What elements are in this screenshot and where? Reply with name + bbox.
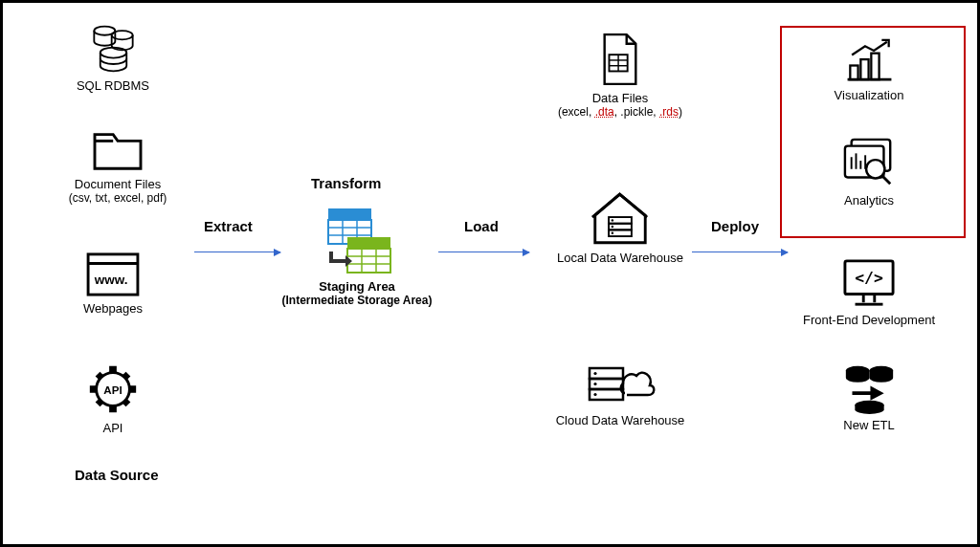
svg-text:API: API: [103, 383, 122, 396]
etl-flow-icon: [843, 361, 896, 414]
svg-line-48: [882, 176, 890, 184]
database-icon: [87, 22, 140, 75]
staging-area-node: Staging Area (Intermediate Storage Area): [271, 204, 443, 307]
data-files-label: Data Files: [539, 91, 702, 105]
extract-arrow: [194, 252, 280, 252]
data-source-section-label: Data Source: [75, 467, 159, 483]
new-etl-node: New ETL: [807, 361, 931, 432]
cloud-warehouse-node: Cloud Data Warehouse: [539, 357, 702, 427]
svg-rect-9: [328, 208, 371, 220]
svg-point-34: [593, 372, 596, 375]
svg-point-36: [593, 393, 596, 396]
frontend-label: Front-End Development: [788, 313, 950, 327]
svg-rect-38: [850, 66, 858, 80]
new-etl-label: New ETL: [807, 418, 931, 432]
visualization-node: Visualization: [802, 36, 936, 102]
svg-point-47: [866, 160, 884, 178]
document-files-node: Document Files (csv, txt, excel, pdf): [51, 127, 185, 205]
gear-icon: API: [85, 361, 141, 417]
webpages-node: www. Webpages: [60, 252, 166, 316]
svg-rect-39: [860, 59, 868, 79]
analytics-label: Analytics: [802, 193, 936, 208]
analytics-node: Analytics: [802, 137, 936, 208]
api-node: API API: [65, 361, 161, 435]
svg-point-30: [612, 231, 613, 233]
data-files-node: Data Files (excel, .dta, .pickle, .rds): [539, 32, 702, 119]
deploy-arrow-label: Deploy: [711, 218, 759, 234]
local-warehouse-label: Local Data Warehouse: [539, 251, 702, 265]
staging-title: Staging Area: [271, 279, 443, 294]
data-files-sublabel: (excel, .dta, .pickle, .rds): [539, 105, 702, 119]
transform-label: Transform: [311, 175, 381, 191]
load-arrow: [438, 252, 529, 252]
deploy-arrow: [692, 252, 788, 252]
load-arrow-label: Load: [464, 218, 499, 234]
api-label: API: [65, 421, 161, 435]
house-server-icon: [590, 189, 650, 247]
cloud-warehouse-label: Cloud Data Warehouse: [539, 413, 702, 427]
monitor-code-icon: </>: [840, 256, 898, 309]
chart-icon: [843, 36, 896, 84]
browser-icon: www.: [85, 252, 141, 297]
svg-rect-16: [347, 249, 390, 273]
folder-icon: [90, 127, 145, 173]
sql-rdbms-node: SQL RDBMS: [56, 22, 170, 93]
frontend-node: </> Front-End Development: [788, 256, 950, 327]
extract-arrow-label: Extract: [204, 218, 253, 234]
staging-tables-icon: [319, 204, 395, 275]
svg-text:</>: </>: [855, 269, 883, 287]
file-icon: [597, 32, 643, 87]
cloud-server-icon: [585, 357, 657, 409]
sql-rdbms-label: SQL RDBMS: [56, 78, 170, 93]
document-files-label: Document Files: [51, 177, 185, 191]
webpages-label: Webpages: [60, 301, 166, 316]
staging-subtitle: (Intermediate Storage Area): [271, 294, 443, 307]
local-warehouse-node: Local Data Warehouse: [539, 189, 702, 265]
svg-point-28: [612, 219, 613, 221]
analytics-icon: [840, 137, 898, 189]
svg-rect-15: [347, 237, 390, 249]
svg-point-29: [612, 226, 613, 228]
svg-rect-40: [871, 54, 879, 80]
visualization-label: Visualization: [802, 88, 936, 102]
document-files-sublabel: (csv, txt, excel, pdf): [51, 191, 185, 205]
svg-text:www.: www.: [94, 273, 128, 287]
svg-point-35: [593, 383, 596, 385]
